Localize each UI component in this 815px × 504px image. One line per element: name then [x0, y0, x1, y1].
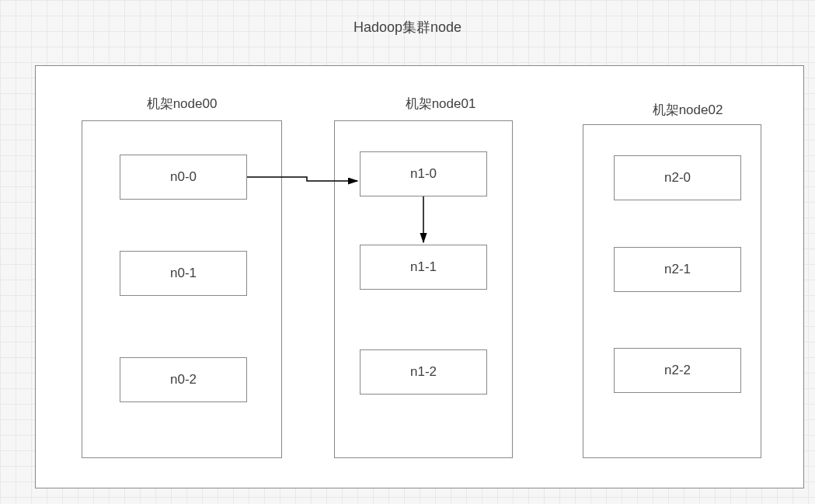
- rack-label-0: 机架node00: [104, 95, 259, 113]
- node-n1-0: n1-0: [360, 151, 487, 196]
- node-n2-1: n2-1: [614, 247, 741, 292]
- rack-label-1: 机架node01: [363, 95, 518, 113]
- node-n1-2: n1-2: [360, 349, 487, 395]
- rack-label-2: 机架node02: [610, 101, 765, 119]
- node-n2-2: n2-2: [614, 348, 741, 393]
- node-n2-0: n2-0: [614, 155, 741, 200]
- node-n0-0: n0-0: [120, 155, 247, 200]
- node-n0-1: n0-1: [120, 251, 247, 296]
- node-n0-2: n0-2: [120, 357, 247, 402]
- node-n1-1: n1-1: [360, 245, 487, 290]
- cluster-title: Hadoop集群node: [0, 18, 815, 36]
- diagram-canvas: Hadoop集群node 机架node00 n0-0 n0-1 n0-2 机架n…: [0, 0, 815, 504]
